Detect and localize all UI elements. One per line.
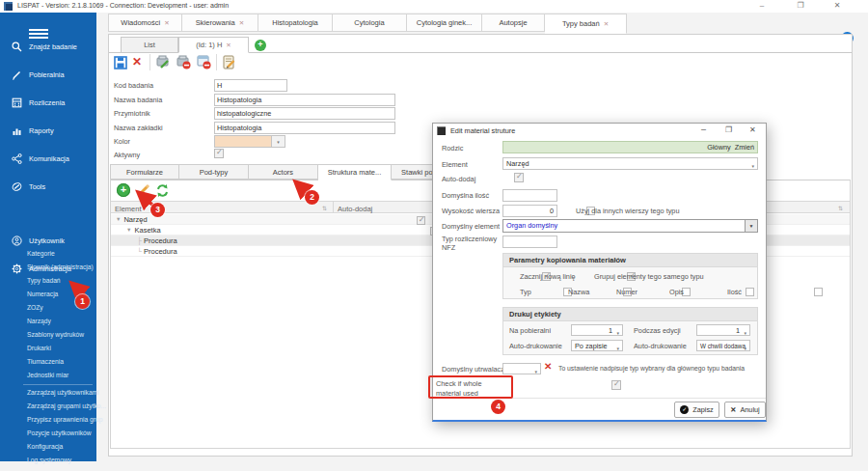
tab-histopatologia[interactable]: Histopatologia — [258, 14, 333, 32]
sidebar-subitem-kategorie[interactable]: Kategorie — [27, 250, 96, 257]
sidebar-item-pobieralnia[interactable]: Pobieralnia — [0, 64, 96, 85]
inner-tab-record[interactable]: (Id: 1) H✕ — [178, 37, 249, 53]
sidebar-subitem-szablony-wydrukow[interactable]: Szablony wydruków — [27, 331, 96, 338]
tab-skierowania[interactable]: Skierowania✕ — [182, 14, 258, 32]
chevron-down-icon[interactable]: ▼ — [745, 220, 757, 232]
sidebar-item-znajdz-badanie[interactable]: Znajdź badanie — [0, 36, 96, 57]
nazwa-badania-input[interactable]: Histopatologia — [214, 94, 395, 106]
add-record-tab-button[interactable]: + — [255, 40, 266, 51]
zacznij-nowa-linie-label: Zacznij nową linię — [520, 272, 576, 281]
column-element[interactable]: Element — [115, 205, 142, 213]
column-autododaj[interactable]: Auto-dodaj — [338, 205, 372, 213]
app-icon — [4, 2, 13, 11]
kolor-dropdown[interactable]: ▾ — [214, 135, 285, 148]
dialog-minimize-button[interactable]: – — [701, 125, 706, 134]
ilosc-checkbox[interactable] — [814, 288, 823, 296]
clear-utrwalacz-icon[interactable]: ✕ — [544, 360, 552, 374]
maximize-button[interactable]: ❐ — [791, 0, 810, 12]
close-tab-icon[interactable]: ✕ — [164, 19, 169, 27]
search-icon — [11, 41, 22, 52]
domyslna-ilosc-input[interactable] — [502, 189, 557, 202]
window-title: LISPAT - Version: 2.1.8.1069 - Connectio… — [17, 2, 229, 9]
auto-drukowanie-dropdown-2[interactable]: W chwili dodawa▾ — [696, 340, 750, 351]
sidebar-item-rozliczenia[interactable]: Rozliczenia — [0, 92, 96, 113]
close-tab-icon[interactable]: ✕ — [604, 20, 609, 28]
edit-row-button[interactable] — [136, 182, 151, 200]
save-icon[interactable] — [114, 56, 127, 71]
calculator-icon — [11, 97, 22, 108]
tab-cytologia[interactable]: Cytologia — [333, 14, 407, 32]
rodzic-label: Rodzic — [442, 144, 463, 152]
domyslny-utrwalacz-dropdown[interactable]: ▾ — [502, 363, 541, 374]
aktywny-checkbox[interactable] — [214, 149, 224, 158]
sidebar-subitem-zarzadzaj-uzytkownikami[interactable]: Zarządzaj użytkownikami — [27, 389, 96, 396]
close-tab-icon[interactable]: ✕ — [226, 42, 231, 49]
rodzic-change-link[interactable]: Zmień — [735, 143, 754, 152]
opis-checkbox[interactable] — [746, 288, 754, 296]
sidebar-subitem-zarzadzaj-grupami[interactable]: Zarządzaj grupami użytko... — [27, 402, 96, 409]
close-tab-icon[interactable]: ✕ — [239, 19, 244, 27]
typ-label: Typ — [520, 288, 531, 296]
sidebar-subitem-konfiguracja[interactable]: Konfiguracja — [27, 443, 96, 450]
minimize-button[interactable]: – — [752, 0, 772, 12]
wysokosc-wiersza-label: Wysokość wiersza — [442, 207, 500, 215]
subtab-actors[interactable]: Actors — [249, 164, 318, 180]
chevron-down-icon: ▾ — [751, 161, 754, 172]
refresh-button[interactable] — [155, 183, 170, 200]
duplicate-remove-icon[interactable] — [176, 54, 192, 72]
duplicate-edit-icon[interactable] — [155, 54, 172, 72]
przymiotnik-input[interactable]: histopatologiczne — [214, 107, 395, 120]
domyslny-element-dropdown[interactable]: Organ domyślny ▼ — [502, 219, 758, 233]
subtab-formularze[interactable]: Formularze — [110, 164, 179, 180]
element-dropdown[interactable]: Narzęd▾ — [502, 157, 758, 170]
na-pobieralni-dropdown[interactable]: 1▾ — [571, 324, 623, 336]
autododaj-checkbox[interactable] — [514, 173, 524, 182]
sidebar-item-tools[interactable]: Tools — [0, 176, 96, 197]
sidebar-item-uzytkownik[interactable]: Użytkownik — [0, 230, 96, 251]
sidebar-item-raporty[interactable]: Raporty — [0, 120, 96, 141]
opis-label: Opis — [669, 288, 684, 296]
tab-wiadomosci[interactable]: Wiadomości✕ — [108, 14, 182, 32]
subtab-pod-typy[interactable]: Pod-typy — [179, 164, 249, 180]
panel-remove-icon[interactable] — [196, 54, 212, 72]
podczas-edycji-dropdown[interactable]: 1▾ — [696, 324, 750, 336]
tab-autopsje[interactable]: Autopsje — [482, 14, 545, 32]
x-icon: ✕ — [730, 405, 736, 414]
sidebar-subitem-tlumaczenia[interactable]: Tłumaczenia — [27, 358, 96, 365]
sidebar-subitem-jednostki-miar[interactable]: Jednostki miar — [27, 372, 96, 378]
dialog-maximize-button[interactable]: ❐ — [725, 125, 732, 134]
sidebar-subitem-slownik[interactable]: Słownik (administracja) — [27, 263, 96, 270]
kod-badania-input[interactable]: H — [214, 79, 287, 92]
nazwa-zakladki-input[interactable]: Histopatologia — [214, 122, 395, 134]
typ-rozliczeniowy-nfz-input[interactable] — [502, 236, 557, 248]
cancel-button[interactable]: ✕ Anuluj — [724, 402, 766, 418]
sidebar-item-komunikacja[interactable]: Komunikacja — [0, 148, 96, 169]
expander-icon[interactable]: ▼ — [116, 216, 121, 222]
auto-drukowanie-dropdown-1[interactable]: Po zapisie▾ — [571, 340, 623, 351]
sidebar-subitem-przypisz-uprawnienia[interactable]: Przypisz uprawnienia grup — [27, 416, 96, 423]
whole-material-checkbox[interactable] — [611, 380, 621, 390]
sidebar-subitem-pozycje-uzytkownikow[interactable]: Pozycje użytkowników — [27, 429, 96, 436]
sidebar-subitem-narzady[interactable]: Narządy — [27, 318, 96, 324]
notes-edit-icon[interactable] — [221, 54, 237, 72]
sidebar-subitem-typy-badan[interactable]: Typy badań — [27, 277, 96, 284]
dialog-close-button[interactable]: ✕ — [749, 125, 756, 134]
sidebar-subitem-drukarki[interactable]: Drukarki — [27, 345, 96, 351]
expander-icon[interactable]: ▼ — [126, 227, 131, 233]
tab-typy-badan[interactable]: Typy badań✕ — [545, 14, 627, 34]
save-button[interactable]: ✓ Zapisz — [674, 402, 719, 418]
wysokosc-wiersza-input[interactable]: 0 — [502, 205, 557, 217]
delete-icon[interactable]: ✕ — [132, 55, 142, 69]
utrwalacz-note: To ustawienie nadpisuje typ wybrany dla … — [558, 365, 761, 372]
inner-tab-list[interactable]: List — [121, 37, 178, 53]
close-button[interactable]: ✕ — [827, 0, 847, 12]
ilosc-flag-label: Ilość — [727, 288, 742, 296]
sidebar-subitem-log-systemowy[interactable]: Log systemowy — [27, 457, 96, 463]
tree-connector: ├ — [137, 237, 142, 244]
row-checkbox[interactable] — [417, 216, 425, 225]
tab-cytologia-ginek[interactable]: Cytologia ginek... — [407, 14, 482, 32]
subtab-struktura-materialu[interactable]: Struktura mate... — [318, 164, 392, 180]
share-icon — [11, 152, 22, 164]
add-row-button[interactable]: + — [117, 183, 130, 197]
copy-params-title: Parametry kopiowania materiałów — [503, 254, 757, 267]
